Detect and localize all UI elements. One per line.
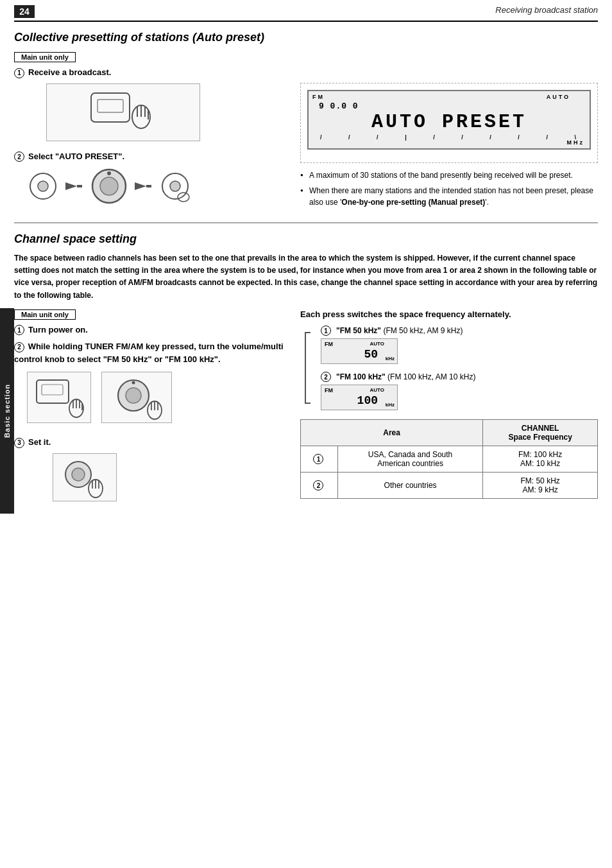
section1-left: Main unit only 1 Receive a broadcast.: [14, 51, 290, 213]
step2-illustration: [27, 167, 290, 205]
svg-point-34: [72, 468, 85, 481]
bullet2-post: '.: [485, 198, 489, 207]
section1-title: Collective presetting of stations (Auto …: [14, 31, 598, 44]
svg-marker-9: [65, 182, 77, 190]
freq1-label: "FM 50 kHz" (FM 50 kHz, AM 9 kHz): [336, 326, 463, 335]
step1-text: Receive a broadcast.: [28, 67, 111, 77]
table-col1-header: Area: [301, 420, 483, 446]
freq2-item: 2 "FM 100 kHz" (FM 100 kHz, AM 10 kHz) F…: [321, 372, 475, 410]
s2-illus2: [101, 372, 172, 423]
table-row-2: 2 Other countries FM: 50 kHzAM: 9 kHz: [301, 473, 598, 499]
channel-table: Area CHANNELSpace Frequency 1 USA, Canad…: [300, 419, 598, 499]
s2-step3-num: 3: [14, 438, 24, 448]
bullet2-bold: One-by-one pre-setting (Manual preset): [341, 198, 485, 207]
table-row1-freq: FM: 100 kHzAM: 10 kHz: [483, 446, 598, 473]
step2-text: Select "AUTO PRESET".: [28, 152, 124, 161]
svg-point-28: [132, 381, 135, 385]
table-row-1: 1 USA, Canada and SouthAmerican countrie…: [301, 446, 598, 473]
section2-columns: Main unit only 1 Turn power on. 2 While …: [14, 308, 598, 509]
knob-left: [27, 170, 59, 202]
table-row2-num: 2: [301, 473, 338, 499]
s2-step3-text: Set it.: [28, 437, 51, 447]
bullet1: A maximum of 30 stations of the band pre…: [300, 169, 598, 181]
auto-label: AUTO: [547, 94, 570, 100]
section2-right: Each press switches the space frequency …: [300, 308, 598, 509]
arrow-right2: [135, 177, 153, 195]
section2-badge: Main unit only: [14, 309, 76, 320]
section2-step3: 3 Set it.: [14, 437, 290, 448]
section2-illustrations: [27, 372, 290, 431]
bullet2: When there are many stations and the int…: [300, 185, 598, 208]
freq-options: 1 "FM 50 kHz" (FM 50 kHz, AM 9 kHz) FM A…: [300, 326, 598, 410]
svg-point-17: [170, 181, 180, 191]
svg-rect-1: [98, 100, 123, 112]
s2-step1-num: 1: [14, 325, 24, 335]
knob-right: [159, 170, 191, 202]
top-rule: [14, 21, 598, 22]
display-value: 9 0.0 0: [319, 96, 579, 111]
main-content: Collective presetting of stations (Auto …: [14, 24, 598, 868]
section1-badge: Main unit only: [14, 52, 76, 62]
s2-step2-text: While holding TUNER FM/AM key pressed, t…: [14, 342, 284, 364]
svg-point-8: [38, 181, 48, 191]
mhz-label: MHz: [567, 139, 585, 146]
s2-step3-svg: [56, 456, 114, 498]
svg-marker-14: [135, 182, 146, 190]
bracket-svg: [300, 329, 312, 406]
svg-point-27: [126, 388, 141, 403]
s2-illus1-svg: [30, 375, 88, 420]
side-tab: Basic section: [0, 308, 14, 514]
display-dashed-box: FM AUTO MHz 9 0.0 0 AUTO PRESET ///|////…: [300, 83, 598, 163]
section2-step2: 2 While holding TUNER FM/AM key pressed,…: [14, 340, 290, 365]
freq2-display: FM AUTO kHz 100: [321, 385, 398, 410]
table-row2-area: Other countries: [337, 473, 482, 499]
fm-label: FM: [312, 94, 325, 100]
section1-bullets: A maximum of 30 stations of the band pre…: [300, 169, 598, 208]
side-tab-label: Basic section: [3, 384, 11, 438]
table-row2-freq: FM: 50 kHzAM: 9 kHz: [483, 473, 598, 499]
section2-step1: 1 Turn power on.: [14, 325, 290, 336]
svg-rect-15: [146, 185, 151, 187]
table-row1-num: 1: [301, 446, 338, 473]
freq1-item: 1 "FM 50 kHz" (FM 50 kHz, AM 9 kHz) FM A…: [321, 326, 475, 364]
section2-intro: The space between radio channels has bee…: [14, 252, 598, 302]
freq-items: 1 "FM 50 kHz" (FM 50 kHz, AM 9 kHz) FM A…: [321, 326, 475, 410]
lcd-display: FM AUTO MHz 9 0.0 0 AUTO PRESET ///|////…: [307, 90, 591, 150]
svg-point-12: [100, 177, 118, 195]
table-row1-area: USA, Canada and SouthAmerican countries: [337, 446, 482, 473]
arrow-right1: [65, 177, 83, 195]
s2-illus2-svg: [105, 375, 169, 420]
step1-svg: [72, 90, 174, 135]
svg-rect-10: [77, 185, 82, 187]
freq-block-title: Each press switches the space frequency …: [300, 308, 598, 321]
svg-point-18: [178, 193, 189, 202]
page-number: 24: [14, 5, 35, 18]
section1-step2: 2 Select "AUTO PRESET".: [14, 152, 290, 162]
section1-right: FM AUTO MHz 9 0.0 0 AUTO PRESET ///|////…: [300, 51, 598, 213]
bracket: [300, 326, 314, 410]
section1-step1: 1 Receive a broadcast.: [14, 67, 290, 78]
section1-columns: Main unit only 1 Receive a broadcast.: [14, 51, 598, 213]
display-preset-text: AUTO PRESET: [319, 111, 579, 133]
freq1-circle: 1: [321, 326, 331, 336]
freq2-label: "FM 100 kHz" (FM 100 kHz, AM 10 kHz): [336, 372, 475, 381]
s2-step1-text: Turn power on.: [28, 325, 88, 334]
section-rule-1: [14, 222, 598, 223]
section2-left: Main unit only 1 Turn power on. 2 While …: [14, 308, 290, 509]
knob-center: [90, 167, 128, 205]
freq1-label-row: 1 "FM 50 kHz" (FM 50 kHz, AM 9 kHz): [321, 326, 475, 336]
svg-rect-20: [42, 385, 63, 395]
freq1-display: FM AUTO kHz 50: [321, 338, 398, 364]
page-header: Receiving broadcast station: [495, 5, 598, 15]
s2-step2-num: 2: [14, 342, 24, 352]
freq2-label-row: 2 "FM 100 kHz" (FM 100 kHz, AM 10 kHz): [321, 372, 475, 382]
s2-illus1: [27, 372, 91, 423]
freq2-circle: 2: [321, 372, 331, 382]
section2-title: Channel space setting: [14, 232, 598, 246]
step1-illustration: [46, 83, 200, 141]
svg-rect-0: [91, 93, 130, 122]
step2-num: 2: [14, 152, 24, 162]
step1-num: 1: [14, 68, 24, 78]
svg-point-13: [107, 171, 111, 175]
table-col2-header: CHANNELSpace Frequency: [483, 420, 598, 446]
